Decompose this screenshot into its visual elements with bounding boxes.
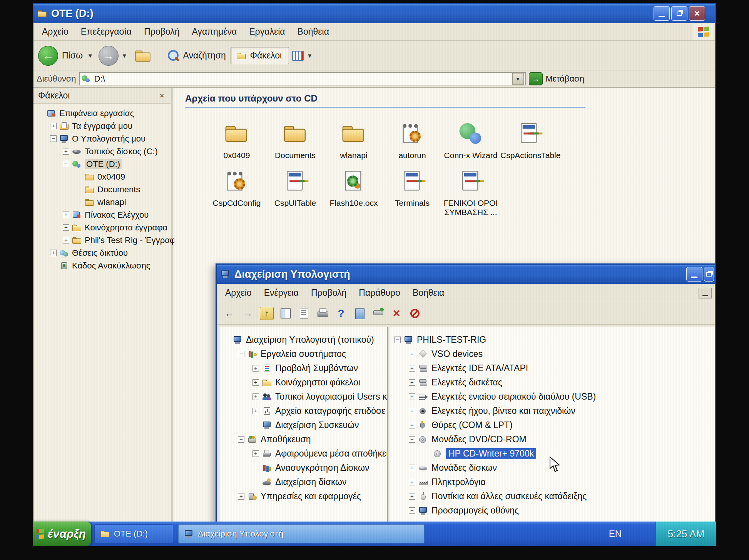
tree-row[interactable]: + Phil's Test Rig - Έγγραφα bbox=[33, 234, 171, 247]
expander-icon[interactable]: − bbox=[409, 436, 415, 443]
menu-item[interactable]: Βοήθεια bbox=[291, 24, 335, 39]
mgmt-minimize-button[interactable] bbox=[686, 267, 702, 282]
tree-row[interactable]: − PHILS-TEST-RIG bbox=[390, 333, 715, 347]
properties-icon[interactable] bbox=[298, 307, 311, 320]
tree-row[interactable]: − Μονάδες DVD/CD-ROM bbox=[390, 432, 715, 447]
explorer-titlebar[interactable]: OTE (D:) × bbox=[33, 4, 715, 23]
menu-item[interactable]: Προβολή bbox=[138, 24, 186, 39]
menu-item[interactable]: Αρχείο bbox=[219, 285, 258, 300]
disable-icon[interactable]: × bbox=[390, 307, 403, 320]
menu-item[interactable]: Βοήθεια bbox=[406, 285, 450, 300]
expander-icon[interactable]: + bbox=[50, 123, 57, 129]
go-button[interactable]: → Μετάβαση bbox=[529, 72, 584, 85]
file-item[interactable]: Terminals bbox=[383, 165, 441, 217]
tree-row[interactable]: + Κοινόχρηστοι φάκελοι bbox=[219, 375, 387, 390]
file-item[interactable]: ΓΕΝΙΚΟΙ ΟΡΟΙ ΣΥΜΒΑΣΗΣ ... bbox=[441, 165, 500, 217]
menu-item[interactable]: Ενέργεια bbox=[258, 285, 305, 300]
tree-row[interactable]: + Τα έγγραφά μου bbox=[33, 120, 171, 132]
expander-icon[interactable]: + bbox=[409, 351, 415, 357]
menu-item[interactable]: Παράθυρο bbox=[353, 285, 406, 300]
up-icon[interactable]: ↑ bbox=[260, 307, 274, 320]
expander-icon[interactable]: − bbox=[238, 436, 244, 443]
tree-row[interactable]: + Ελεγκτές δισκέτας bbox=[390, 375, 715, 390]
tree-row[interactable]: + Υπηρεσίες και εφαρμογές bbox=[219, 489, 387, 503]
expander-icon[interactable]: + bbox=[252, 379, 259, 386]
expander-icon[interactable]: + bbox=[50, 250, 57, 256]
file-item[interactable]: Documents bbox=[266, 118, 324, 160]
file-item[interactable]: Conn-x Wizard bbox=[441, 118, 500, 160]
file-item[interactable]: 0x0409 bbox=[207, 118, 266, 160]
tree-row[interactable]: + Τοπικός δίσκος (C:) bbox=[33, 145, 171, 158]
console-tree-icon[interactable] bbox=[279, 307, 292, 320]
expander-icon[interactable]: − bbox=[63, 161, 69, 167]
file-item[interactable]: autorun bbox=[383, 118, 441, 160]
tree-row[interactable]: Ανασυγκρότηση Δίσκων bbox=[219, 461, 387, 475]
expander-icon[interactable]: + bbox=[409, 408, 415, 414]
back-dropdown[interactable]: ▼ bbox=[87, 52, 93, 59]
forward-icon[interactable]: → bbox=[241, 307, 254, 320]
tree-row[interactable]: + Πίνακας Ελέγχου bbox=[33, 208, 171, 221]
tree-row[interactable]: Διαχείριση δίσκων bbox=[219, 475, 387, 489]
tree-row[interactable]: Διαχείριση Υπολογιστή (τοπικού) bbox=[219, 333, 387, 347]
expander-icon[interactable]: + bbox=[409, 379, 415, 386]
tree-row[interactable]: + Πληκτρολόγια bbox=[390, 475, 715, 489]
start-button[interactable]: έναρξη bbox=[33, 522, 91, 546]
print-icon[interactable] bbox=[316, 307, 329, 320]
expander-icon[interactable]: + bbox=[409, 365, 415, 372]
uninstall-icon[interactable] bbox=[408, 307, 421, 320]
export-list-icon[interactable] bbox=[353, 307, 366, 320]
file-item[interactable]: CspCdConfig bbox=[207, 165, 266, 217]
language-indicator[interactable]: EN bbox=[609, 522, 622, 546]
forward-button[interactable]: → bbox=[99, 46, 119, 66]
expander-icon[interactable]: + bbox=[63, 224, 69, 231]
taskbar-task-button[interactable]: Διαχείριση Υπολογιστή bbox=[178, 524, 425, 543]
tree-row[interactable]: 0x0409 bbox=[33, 170, 171, 183]
menu-item[interactable]: Επεξεργασία bbox=[75, 24, 138, 39]
expander-icon[interactable]: + bbox=[63, 237, 69, 243]
tree-row[interactable]: + Ποντίκια και άλλες συσκευές κατάδειξης bbox=[390, 489, 715, 503]
expander-icon[interactable]: + bbox=[409, 479, 415, 485]
menu-item[interactable]: Αγαπημένα bbox=[186, 24, 243, 39]
tree-row[interactable]: − Προσαρμογείς οθόνης bbox=[390, 503, 715, 518]
update-driver-icon[interactable] bbox=[371, 307, 385, 320]
back-icon[interactable]: ← bbox=[223, 307, 236, 320]
file-item[interactable]: CspUITable bbox=[266, 165, 324, 217]
tree-row[interactable]: + Αρχεία καταγραφής επιδόσε bbox=[219, 404, 387, 418]
tree-row[interactable]: + Τοπικοί λογαριασμοί Users κα bbox=[219, 390, 387, 404]
tree-row[interactable]: + Κοινόχρηστα έγγραφα bbox=[33, 221, 171, 234]
restore-button[interactable] bbox=[671, 6, 687, 21]
expander-icon[interactable]: − bbox=[394, 337, 401, 343]
help-icon[interactable]: ? bbox=[334, 307, 348, 320]
expander-icon[interactable]: + bbox=[252, 365, 259, 372]
tree-row[interactable]: wlanapi bbox=[33, 196, 171, 208]
file-item[interactable]: CspActionsTable bbox=[500, 118, 558, 160]
folders-pane-close-button[interactable]: × bbox=[157, 91, 167, 101]
tree-row[interactable]: − Αποθήκευση bbox=[219, 432, 387, 447]
tree-row[interactable]: + Θέσεις δικτύου bbox=[33, 247, 171, 259]
file-item[interactable]: wlanapi bbox=[324, 118, 383, 160]
file-item[interactable]: Flash10e.ocx bbox=[324, 165, 383, 217]
taskbar-task-button[interactable]: OTE (D:) bbox=[94, 524, 173, 543]
tree-row[interactable]: − Εργαλεία συστήματος bbox=[219, 347, 387, 361]
search-icon[interactable] bbox=[166, 49, 179, 62]
expander-icon[interactable]: + bbox=[63, 212, 69, 218]
close-button[interactable]: × bbox=[689, 6, 705, 21]
expander-icon[interactable]: + bbox=[238, 493, 244, 500]
forward-dropdown[interactable]: ▼ bbox=[122, 52, 127, 59]
expander-icon[interactable]: + bbox=[409, 393, 415, 400]
expander-icon[interactable]: − bbox=[409, 507, 415, 514]
expander-icon[interactable]: + bbox=[252, 408, 259, 414]
expander-icon[interactable]: − bbox=[50, 135, 57, 142]
tree-row[interactable]: Κάδος Ανακύκλωσης bbox=[33, 259, 171, 272]
tree-row[interactable]: + Ελεγκτές IDE ATA/ATAPI bbox=[390, 361, 715, 375]
tree-row[interactable]: Επιφάνεια εργασίας bbox=[33, 107, 171, 120]
tree-row[interactable]: − Ο Υπολογιστής μου bbox=[33, 132, 171, 145]
tree-row[interactable]: + Ελεγκτές ήχου, βίντεο και παιχνιδιών bbox=[390, 404, 715, 418]
tree-row[interactable]: Documents bbox=[33, 183, 171, 196]
menu-item[interactable]: Εργαλεία bbox=[243, 24, 291, 39]
views-button[interactable] bbox=[292, 51, 304, 61]
mgmt-restore-button[interactable] bbox=[704, 267, 714, 282]
expander-icon[interactable]: + bbox=[409, 493, 415, 500]
child-minimize-button[interactable] bbox=[699, 288, 712, 298]
mgmt-titlebar[interactable]: Διαχείριση Υπολογιστή bbox=[217, 265, 715, 284]
